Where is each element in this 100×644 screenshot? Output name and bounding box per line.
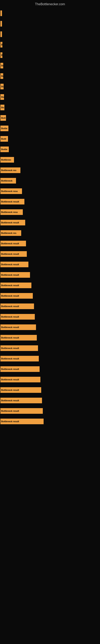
bar-row: Bottleneck result bbox=[0, 290, 100, 301]
bar-label: Bo bbox=[0, 84, 3, 89]
bar-label: Bottleneck result bbox=[0, 220, 25, 226]
bar-row bbox=[0, 18, 100, 29]
bar-label: Bottle bbox=[0, 126, 8, 131]
bar-label: Bottleneck result bbox=[0, 241, 26, 246]
bar-row: Bo bbox=[0, 81, 100, 92]
bar-label: Bo bbox=[0, 63, 3, 68]
bar-row: Bottle bbox=[0, 144, 100, 154]
bar-row: Bottleneck result bbox=[0, 280, 100, 290]
bar-row: Bottleneck result bbox=[0, 374, 100, 385]
bar-label: Bottleneck result bbox=[0, 324, 36, 330]
bar-row: Bottleneck res bbox=[0, 228, 100, 238]
bar-row: Bottle bbox=[0, 123, 100, 134]
bar-label: Bottleneck result bbox=[0, 293, 33, 299]
bar-row bbox=[0, 29, 100, 40]
bar-label: Bottleneck bbox=[0, 178, 16, 184]
bar-row: Bottleneck result bbox=[0, 270, 100, 280]
bar-label: Bo bbox=[0, 105, 4, 110]
bar-label: Bottleneck result bbox=[0, 262, 28, 267]
bar-row: Bottleneck result bbox=[0, 364, 100, 374]
bar-label: Bottl bbox=[0, 136, 8, 142]
bar-row: Bottleneck result bbox=[0, 385, 100, 395]
bar-label: Bottleneck result bbox=[0, 282, 31, 288]
bar-label: Bottleneck result bbox=[0, 408, 43, 414]
bar-row: Bott bbox=[0, 113, 100, 123]
bar-row: Bottleneck result bbox=[0, 249, 100, 259]
bar-label: Bottleneck result bbox=[0, 199, 24, 204]
bar-row: Bottleneck result bbox=[0, 322, 100, 332]
bar-label: Bottleneck result bbox=[0, 251, 27, 257]
bar-label: Bottle bbox=[0, 146, 9, 152]
bar-row: Bottleneck result bbox=[0, 301, 100, 312]
bar-label: Bo bbox=[0, 73, 3, 79]
bar-label: Bott bbox=[0, 115, 6, 121]
bar-row: Bottlenec bbox=[0, 154, 100, 165]
bar-row: Bottleneck res bbox=[0, 165, 100, 176]
bar-label: Bottleneck res bbox=[0, 230, 21, 236]
bar-label: Bottleneck result bbox=[0, 304, 34, 309]
bar-label: Bo bbox=[0, 94, 4, 100]
bar-label bbox=[0, 21, 2, 26]
bar-row bbox=[0, 8, 100, 18]
bar-row: Bo bbox=[0, 60, 100, 71]
bar-label: Bottleneck result bbox=[0, 398, 42, 403]
bar-row: Bottleneck resu bbox=[0, 207, 100, 217]
bar-row: Bottl bbox=[0, 134, 100, 144]
bar-label: Bottleneck result bbox=[0, 314, 35, 320]
bar-label bbox=[0, 32, 2, 37]
bar-label: Bottleneck res bbox=[0, 168, 20, 173]
bar-label: Bottleneck result bbox=[0, 366, 40, 372]
bar-label: B bbox=[0, 52, 2, 58]
bar-row: Bottleneck result bbox=[0, 312, 100, 322]
bar-label bbox=[0, 10, 2, 16]
bar-label: Bottleneck resu bbox=[0, 209, 23, 215]
bar-label: Bottleneck result bbox=[0, 272, 30, 278]
bar-label: Bottlenec bbox=[0, 157, 14, 162]
bar-label: Bottleneck result bbox=[0, 335, 37, 340]
bar-label: Bottleneck result bbox=[0, 345, 38, 351]
bar-row: Bottleneck result bbox=[0, 259, 100, 270]
bar-row: Bottleneck result bbox=[0, 395, 100, 406]
bar-label: Bottleneck result bbox=[0, 418, 44, 424]
bar-row: Bottleneck resu bbox=[0, 186, 100, 196]
bar-row: Bottleneck result bbox=[0, 354, 100, 364]
bar-row: Bottleneck result bbox=[0, 406, 100, 416]
bar-row: Bottleneck result bbox=[0, 343, 100, 354]
bars-container: BBBoBoBoBoBoBottBottleBottlBottleBottlen… bbox=[0, 6, 100, 429]
bar-row: Bottleneck result bbox=[0, 238, 100, 249]
bar-row: Bottleneck result bbox=[0, 332, 100, 343]
bar-row: Bo bbox=[0, 71, 100, 81]
bar-row: Bo bbox=[0, 92, 100, 102]
bar-row: Bottleneck result bbox=[0, 416, 100, 427]
bar-label: Bottleneck result bbox=[0, 377, 40, 382]
bar-label: Bottleneck resu bbox=[0, 188, 22, 194]
bar-label: Bottleneck result bbox=[0, 387, 41, 393]
bar-row: B bbox=[0, 50, 100, 60]
bar-row: B bbox=[0, 40, 100, 50]
bar-row: Bottleneck result bbox=[0, 196, 100, 207]
bar-label: B bbox=[0, 42, 2, 48]
bar-row: Bo bbox=[0, 102, 100, 113]
bar-label: Bottleneck result bbox=[0, 356, 39, 362]
bar-row: Bottleneck bbox=[0, 176, 100, 186]
bar-row: Bottleneck result bbox=[0, 217, 100, 228]
